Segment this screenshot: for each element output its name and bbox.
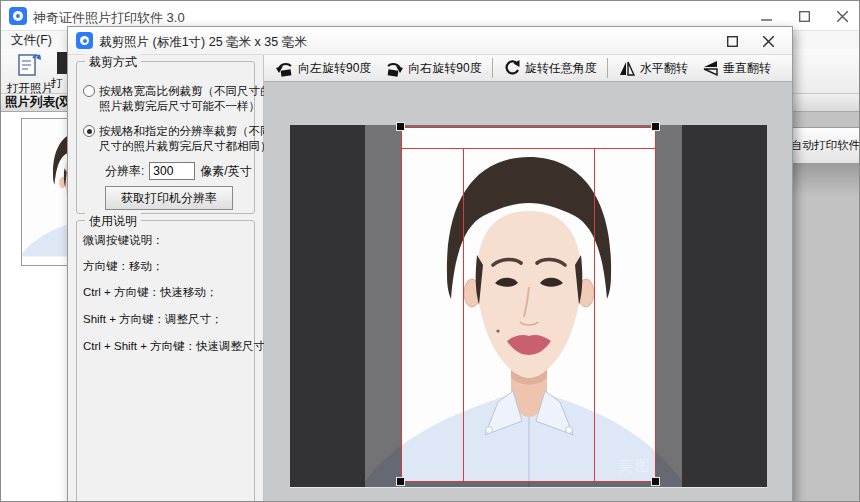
resolution-label: 分辨率:	[105, 163, 144, 180]
radio-selected-icon[interactable]	[83, 125, 95, 137]
flip-horizontal-label: 水平翻转	[640, 60, 688, 77]
crop-dialog: 裁剪照片 (标准1寸) 25 毫米 x 35 毫米 裁剪方式 按规格宽高比例裁剪…	[67, 26, 793, 502]
option2-line2: 尺寸的照片裁剪完后尺寸都相同）	[99, 139, 272, 154]
toolbar-separator	[492, 58, 493, 78]
flip-vertical-button[interactable]: 垂直翻转	[695, 56, 778, 80]
open-photo-button[interactable]: 打开照片	[7, 52, 51, 92]
rotate-right-icon	[385, 60, 404, 77]
dialog-title: 裁剪照片 (标准1寸) 25 毫米 x 35 毫米	[99, 34, 307, 51]
option1-line1: 按规格宽高比例裁剪（不同尺寸的	[99, 84, 272, 99]
crop-workspace: 向左旋转90度 向右旋转90度 旋转任意角度	[264, 55, 793, 502]
photo-canvas-area: 美图	[264, 82, 793, 502]
dialog-titlebar: 裁剪照片 (标准1寸) 25 毫米 x 35 毫米	[68, 27, 793, 55]
option2-line1: 按规格和指定的分辨率裁剪（不同	[99, 124, 272, 139]
rotate-left-icon	[275, 60, 294, 77]
resolution-unit: 像素/英寸	[200, 163, 251, 180]
close-button[interactable]	[823, 1, 860, 31]
help-line-1: 微调按键说明：	[83, 233, 164, 248]
resolution-input[interactable]	[149, 162, 195, 180]
help-legend: 使用说明	[85, 213, 141, 230]
app-logo-icon	[9, 7, 27, 25]
help-groupbox: 使用说明 微调按键说明： 方向键：移动； Ctrl + 方向键：快速移动； Sh…	[76, 220, 255, 502]
rotate-any-angle-icon	[503, 59, 521, 77]
crop-guide-vertical-left	[463, 148, 464, 482]
get-printer-resolution-button[interactable]: 获取打印机分辨率	[105, 186, 233, 210]
main-window-title: 神奇证件照片打印软件 3.0	[33, 9, 185, 27]
help-line-2: 方向键：移动；	[83, 259, 164, 274]
rotate-left-label: 向左旋转90度	[298, 60, 371, 77]
crop-handle-top-right[interactable]	[651, 122, 660, 131]
toolbar-separator	[607, 58, 608, 78]
crop-mode-groupbox: 裁剪方式 按规格宽高比例裁剪（不同尺寸的 照片裁剪完后尺寸可能不一样） 按规格和…	[76, 61, 255, 214]
menu-file[interactable]: 文件(F)	[1, 32, 62, 49]
rotate-right-button[interactable]: 向右旋转90度	[378, 56, 488, 80]
crop-handle-top-left[interactable]	[396, 122, 405, 131]
help-line-5: Ctrl + Shift + 方向键：快速调整尺寸。	[83, 339, 277, 354]
crop-rectangle[interactable]	[401, 127, 656, 482]
crop-guide-horizontal	[401, 148, 656, 149]
dialog-logo-icon	[76, 32, 93, 49]
open-photo-icon	[16, 52, 42, 76]
help-line-4: Shift + 方向键：调整尺寸；	[83, 312, 223, 327]
dialog-maximize-button[interactable]	[714, 27, 750, 55]
flip-horizontal-button[interactable]: 水平翻转	[611, 56, 695, 80]
crop-options-panel: 裁剪方式 按规格宽高比例裁剪（不同尺寸的 照片裁剪完后尺寸可能不一样） 按规格和…	[68, 55, 264, 502]
flip-vertical-label: 垂直翻转	[723, 60, 771, 77]
rotate-any-button[interactable]: 旋转任意角度	[496, 56, 604, 80]
option1-line2: 照片裁剪完后尺寸可能不一样）	[99, 99, 272, 114]
crop-mode-legend: 裁剪方式	[85, 54, 141, 71]
crop-handle-bottom-left[interactable]	[396, 477, 405, 486]
rotate-any-label: 旋转任意角度	[525, 60, 597, 77]
crop-mode-option-resolution[interactable]: 按规格和指定的分辨率裁剪（不同 尺寸的照片裁剪完后尺寸都相同）	[83, 124, 272, 153]
crop-guide-vertical-right	[594, 148, 595, 482]
crop-mode-option-ratio[interactable]: 按规格宽高比例裁剪（不同尺寸的 照片裁剪完后尺寸可能不一样）	[83, 84, 272, 113]
rotate-right-label: 向右旋转90度	[408, 60, 481, 77]
flip-vertical-icon	[702, 59, 719, 77]
photo-canvas[interactable]: 美图	[290, 125, 767, 488]
radio-unselected-icon[interactable]	[83, 85, 95, 97]
help-line-3: Ctrl + 方向键：快速移动；	[83, 285, 218, 300]
application-window: 神奇证件照片打印软件 3.0 文件(F) 编辑	[0, 0, 860, 502]
rotate-left-button[interactable]: 向左旋转90度	[268, 56, 378, 80]
rotate-toolbar: 向左旋转90度 向右旋转90度 旋转任意角度	[264, 55, 793, 82]
dialog-close-button[interactable]	[750, 27, 786, 55]
crop-handle-bottom-right[interactable]	[651, 477, 660, 486]
flip-horizontal-icon	[618, 60, 636, 77]
